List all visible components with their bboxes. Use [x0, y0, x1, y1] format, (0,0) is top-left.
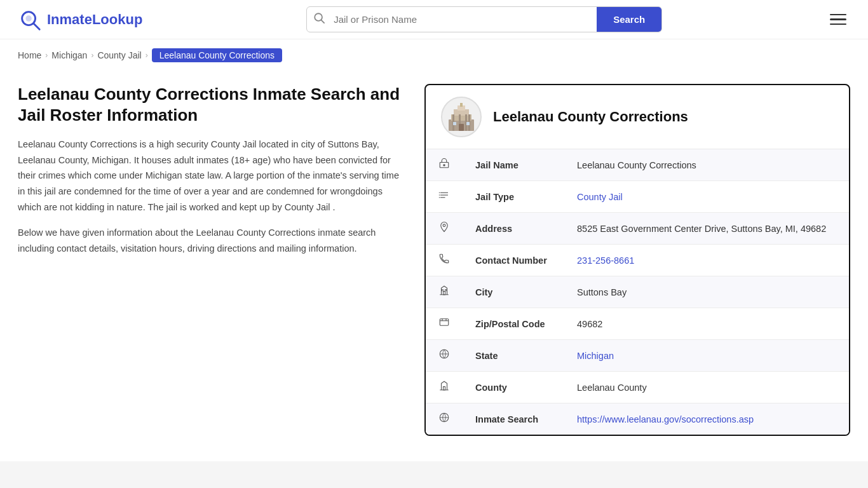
description-1: Leelanau County Corrections is a high se… — [18, 137, 405, 215]
svg-line-4 — [322, 20, 325, 23]
row-value[interactable]: County Jail — [564, 181, 849, 213]
svg-rect-28 — [445, 290, 447, 291]
table-row: Contact Number231-256-8661 — [426, 245, 849, 276]
hamburger-line — [830, 24, 846, 25]
row-value: Leelanau County Corrections — [564, 149, 849, 181]
table-row: CitySuttons Bay — [426, 276, 849, 308]
chevron-icon: › — [146, 51, 148, 60]
phone-icon — [426, 245, 463, 276]
svg-rect-14 — [459, 124, 464, 131]
state-icon — [426, 340, 463, 372]
info-card: Leelanau County Corrections Jail NameLee… — [424, 84, 850, 436]
row-label: City — [463, 276, 564, 308]
row-label: Zip/Postal Code — [463, 308, 564, 340]
jail-icon — [426, 149, 463, 181]
svg-rect-26 — [444, 292, 445, 295]
row-value[interactable]: 231-256-8661 — [564, 245, 849, 276]
row-value[interactable]: Michigan — [564, 340, 849, 372]
site-header: InmateLookup Search — [0, 0, 868, 39]
row-label: Jail Type — [463, 181, 564, 213]
county-icon — [426, 372, 463, 403]
building-icon — [445, 100, 478, 133]
logo-text: InmateLookup — [47, 11, 142, 28]
breadcrumb-county-jail[interactable]: County Jail — [97, 50, 141, 60]
row-value: 8525 East Government Center Drive, Sutto… — [564, 213, 849, 245]
facility-logo — [441, 97, 482, 137]
search-bar: Search — [306, 6, 662, 32]
svg-point-24 — [439, 197, 440, 198]
svg-rect-31 — [444, 387, 445, 390]
row-value: 49682 — [564, 308, 849, 340]
row-label: Jail Name — [463, 149, 564, 181]
footer — [0, 461, 868, 488]
row-label: State — [463, 340, 564, 372]
svg-rect-27 — [442, 290, 443, 291]
breadcrumb-active: Leelanau County Corrections — [152, 48, 282, 62]
row-value-link[interactable]: County Jail — [577, 192, 623, 202]
row-value-link[interactable]: 231-256-8661 — [577, 255, 634, 266]
chevron-icon: › — [45, 51, 48, 60]
site-logo[interactable]: InmateLookup — [18, 8, 142, 32]
description-2: Below we have given information about th… — [18, 225, 405, 256]
table-row: CountyLeelanau County — [426, 372, 849, 403]
logo-icon — [18, 8, 42, 32]
city-icon — [426, 276, 463, 308]
breadcrumb: Home › Michigan › County Jail › Leelanau… — [0, 39, 868, 71]
card-header: Leelanau County Corrections — [426, 85, 849, 149]
table-row: Zip/Postal Code49682 — [426, 308, 849, 340]
svg-rect-16 — [466, 122, 470, 125]
row-label: Contact Number — [463, 245, 564, 276]
table-row: Inmate Searchhttps://www.leelanau.gov/so… — [426, 403, 849, 435]
row-value-link[interactable]: Michigan — [577, 351, 614, 361]
row-value-link[interactable]: https://www.leelanau.gov/socorrections.a… — [577, 414, 754, 424]
table-row: StateMichigan — [426, 340, 849, 372]
row-label: County — [463, 372, 564, 403]
row-value: Leelanau County — [564, 372, 849, 403]
main-content: Leelanau County Corrections Inmate Searc… — [0, 71, 868, 461]
row-label: Inmate Search — [463, 403, 564, 435]
search-bar-icon — [307, 12, 331, 27]
search-icon — [426, 403, 463, 435]
breadcrumb-home[interactable]: Home — [18, 50, 41, 60]
svg-point-2 — [25, 15, 32, 21]
table-row: Jail TypeCounty Jail — [426, 181, 849, 213]
left-column: Leelanau County Corrections Inmate Searc… — [18, 84, 424, 266]
row-value: Suttons Bay — [564, 276, 849, 308]
svg-point-25 — [443, 224, 445, 227]
list-icon — [426, 181, 463, 213]
svg-rect-18 — [444, 165, 445, 166]
svg-rect-29 — [440, 319, 449, 326]
breadcrumb-michigan[interactable]: Michigan — [51, 50, 87, 60]
row-label: Address — [463, 213, 564, 245]
search-button[interactable]: Search — [597, 7, 661, 32]
row-value[interactable]: https://www.leelanau.gov/socorrections.a… — [564, 403, 849, 435]
table-row: Jail NameLeelanau County Corrections — [426, 149, 849, 181]
info-table: Jail NameLeelanau County CorrectionsJail… — [426, 149, 849, 435]
hamburger-menu[interactable] — [826, 10, 850, 29]
page-title: Leelanau County Corrections Inmate Searc… — [18, 84, 405, 125]
svg-point-23 — [439, 194, 440, 196]
location-icon — [426, 213, 463, 245]
svg-line-1 — [34, 23, 40, 29]
svg-rect-15 — [453, 122, 456, 125]
hamburger-line — [830, 14, 846, 16]
search-input[interactable] — [331, 8, 597, 31]
hamburger-line — [830, 18, 846, 20]
card-title: Leelanau County Corrections — [493, 109, 688, 125]
svg-rect-9 — [460, 103, 463, 107]
svg-point-22 — [439, 193, 440, 194]
table-row: Address8525 East Government Center Drive… — [426, 213, 849, 245]
chevron-icon: › — [91, 51, 93, 60]
zip-icon — [426, 308, 463, 340]
